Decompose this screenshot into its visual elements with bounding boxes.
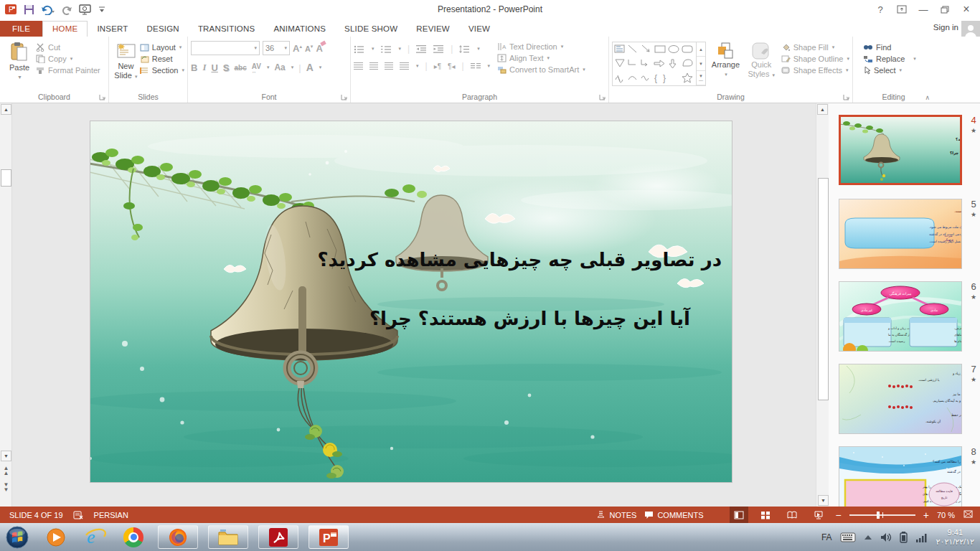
powerpoint-taskbar-button[interactable]: P: [308, 525, 349, 549]
scroll-up-arrow[interactable]: ▲: [1, 104, 11, 115]
align-right-button[interactable]: [385, 62, 393, 70]
thumb-scroll-thumb[interactable]: [818, 178, 829, 400]
slide-thumbnail-4[interactable]: در تصاویر قبلی چه چیزهایی مشاهده کردید؟ …: [839, 115, 962, 185]
copy-button[interactable]: Copy▾: [36, 55, 100, 63]
font-dialog-launcher[interactable]: [341, 94, 348, 101]
arrange-button[interactable]: Arrange ▾: [710, 39, 742, 86]
keyboard-icon[interactable]: [840, 532, 856, 542]
tab-home[interactable]: HOME: [42, 21, 88, 37]
underline-button[interactable]: U: [211, 62, 217, 73]
shapes-gallery[interactable]: { } ▲▼▼—: [612, 42, 706, 86]
tab-slideshow[interactable]: SLIDE SHOW: [335, 22, 407, 37]
increase-indent-button[interactable]: [433, 45, 444, 53]
clipboard-dialog-launcher[interactable]: [99, 94, 106, 101]
tab-design[interactable]: DESIGN: [138, 22, 189, 37]
format-painter-button[interactable]: Format Painter: [36, 66, 100, 75]
decrease-indent-button[interactable]: [416, 45, 427, 53]
comments-button[interactable]: COMMENTS: [644, 511, 703, 519]
tab-review[interactable]: REVIEW: [407, 22, 459, 37]
tab-view[interactable]: VIEW: [459, 22, 499, 37]
italic-button[interactable]: I: [202, 62, 206, 73]
text-shadow-button[interactable]: S: [223, 62, 230, 73]
new-slide-button[interactable]: New Slide ▾: [112, 39, 140, 81]
clear-formatting-button[interactable]: A: [316, 43, 322, 54]
restore-button[interactable]: [934, 0, 956, 19]
volume-icon[interactable]: [880, 532, 892, 542]
replace-button[interactable]: Replace▾: [863, 55, 931, 63]
help-button[interactable]: ?: [870, 0, 891, 19]
align-center-button[interactable]: [369, 62, 378, 70]
internet-explorer-icon[interactable]: e: [80, 526, 109, 549]
language-indicator[interactable]: PERSIAN: [94, 511, 128, 519]
media-player-icon[interactable]: [42, 527, 70, 548]
convert-to-smartart-button[interactable]: Convert to SmartArt▾: [497, 65, 585, 74]
chrome-icon[interactable]: [119, 527, 148, 547]
section-button[interactable]: Section▾: [140, 66, 184, 75]
previous-slide-button[interactable]: ▲▲: [1, 466, 11, 476]
ltr-text-direction-button[interactable]: ▸¶: [434, 62, 441, 70]
columns-button[interactable]: [471, 62, 481, 70]
bullets-button[interactable]: [354, 45, 364, 53]
align-text-button[interactable]: Align Text▾: [497, 54, 585, 62]
clock[interactable]: 9:41 ۲۰۲۱/۲۲/۱۲: [936, 528, 974, 547]
cut-button[interactable]: Cut: [36, 43, 100, 52]
font-size-combobox[interactable]: 36▾: [263, 41, 290, 55]
slide-scrollbar[interactable]: ▲ ▼ ▲▲ ▼▼: [0, 103, 12, 507]
scroll-down-arrow[interactable]: ▼: [1, 451, 11, 461]
reading-view-button[interactable]: [783, 507, 801, 523]
battery-icon[interactable]: [900, 532, 908, 543]
text-direction-button[interactable]: A Text Direction▾: [497, 42, 585, 51]
thumb-scroll-down-arrow[interactable]: ▼: [818, 495, 829, 506]
line-spacing-button[interactable]: [459, 45, 470, 53]
tab-file[interactable]: FILE: [0, 21, 42, 37]
find-button[interactable]: Find: [863, 43, 931, 52]
tab-animations[interactable]: ANIMATIONS: [264, 22, 335, 37]
show-hidden-icons-button[interactable]: [864, 534, 872, 540]
slideshow-view-button[interactable]: [809, 507, 828, 523]
shapes-gallery-scroll[interactable]: ▲▼▼—: [696, 42, 705, 85]
justify-button[interactable]: [400, 62, 409, 70]
keyboard-language-indicator[interactable]: FA: [821, 532, 832, 542]
minimize-button[interactable]: —: [913, 0, 934, 19]
avatar[interactable]: [961, 21, 980, 37]
normal-view-button[interactable]: [730, 507, 748, 523]
slide-thumbnail-6[interactable]: میراث فرهنگی غیرمادی مادی اعتقادات، زبان…: [839, 281, 962, 352]
start-button[interactable]: [3, 525, 32, 550]
layout-button[interactable]: Layout▾: [140, 43, 184, 52]
strikethrough-button[interactable]: abc: [235, 64, 247, 72]
font-name-combobox[interactable]: ▾: [191, 41, 260, 55]
increase-font-size-button[interactable]: A▴: [293, 43, 302, 54]
zoom-in-button[interactable]: +: [923, 509, 929, 521]
spellcheck-icon[interactable]: [73, 510, 84, 519]
reset-button[interactable]: Reset: [140, 55, 184, 63]
file-explorer-taskbar-button[interactable]: [208, 525, 248, 549]
font-color-button[interactable]: A: [306, 62, 314, 73]
zoom-slider-thumb[interactable]: [877, 512, 880, 519]
ribbon-display-options-button[interactable]: [891, 0, 913, 19]
slide-sorter-view-button[interactable]: [756, 507, 775, 523]
collapse-ribbon-button[interactable]: ∧: [925, 94, 930, 101]
slide-thumbnail-7[interactable]: ایران جایگاه تمدن های کهن بوده است و دار…: [839, 364, 962, 434]
numbering-button[interactable]: [381, 45, 392, 53]
zoom-out-button[interactable]: −: [836, 509, 842, 521]
notes-button[interactable]: NOTES: [596, 511, 636, 519]
thumbnail-scrollbar[interactable]: ▲ ▼: [816, 103, 829, 507]
firefox-taskbar-button[interactable]: [158, 525, 198, 549]
change-case-button[interactable]: Aa: [274, 62, 285, 72]
network-signal-icon[interactable]: [915, 532, 928, 542]
slide-text-line1[interactable]: در تصاویر قبلی چه چیزهایی مشاهده کردید؟: [317, 249, 722, 270]
align-left-button[interactable]: [354, 62, 363, 70]
thumb-scroll-up-arrow[interactable]: ▲: [817, 104, 828, 115]
slide-canvas[interactable]: در تصاویر قبلی چه چیزهایی مشاهده کردید؟ …: [90, 121, 732, 482]
adobe-acrobat-taskbar-button[interactable]: [258, 525, 298, 549]
quick-styles-button[interactable]: Quick Styles ▾: [745, 39, 778, 86]
scroll-thumb[interactable]: [1, 169, 11, 187]
zoom-level[interactable]: 70 %: [937, 511, 955, 519]
slide-thumbnail-8[interactable]: چه کسانی گذشته را مطالعه می کنند؟ علم تا…: [839, 446, 962, 507]
drawing-dialog-launcher[interactable]: [843, 94, 850, 101]
character-spacing-button[interactable]: AV↔: [252, 62, 261, 72]
slide-text-line2[interactable]: آیا این چیزها با ارزش هستند؟ چرا؟: [369, 308, 690, 329]
decrease-font-size-button[interactable]: A▾: [305, 44, 313, 53]
bold-button[interactable]: B: [191, 62, 197, 73]
tab-transitions[interactable]: TRANSITIONS: [189, 22, 265, 37]
